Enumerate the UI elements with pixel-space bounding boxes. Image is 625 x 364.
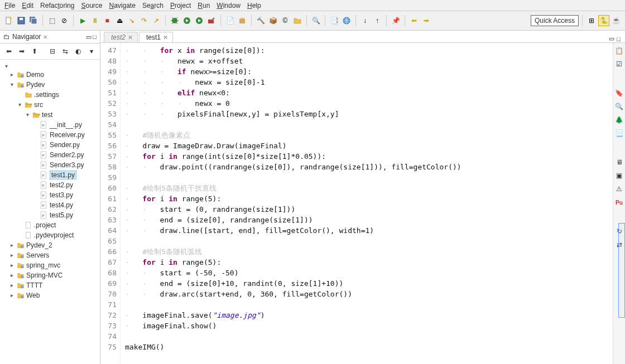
open-perspective-button[interactable]: ⊞ xyxy=(586,15,597,26)
tree-item-label: Sender3.py xyxy=(50,160,84,170)
menu-source[interactable]: Source xyxy=(81,2,102,9)
debug-dropdown-button[interactable] xyxy=(169,15,180,26)
tree-item[interactable]: PSender.py xyxy=(32,140,99,150)
close-view-icon[interactable]: ✕ xyxy=(43,34,47,40)
quick-access-box[interactable]: Quick Access xyxy=(531,15,579,26)
new-module-button[interactable]: 📦 xyxy=(267,15,278,26)
link-editor-icon[interactable]: ⇆ xyxy=(60,46,71,57)
tree-item[interactable]: PReceiver.py xyxy=(32,130,99,140)
new-server-button[interactable]: 📄 xyxy=(224,15,235,26)
step-return-button[interactable]: ↗ xyxy=(151,15,162,26)
prev-annotation-button[interactable]: ↑ xyxy=(372,15,383,26)
console-icon[interactable]: ▣ xyxy=(615,171,624,180)
code-editor[interactable]: · · for x in range(size[0]): · · · newx … xyxy=(121,43,613,364)
java-perspective-button[interactable]: ☕ xyxy=(610,15,622,26)
resume-button[interactable]: ▶ xyxy=(77,15,88,26)
menu-window[interactable]: Window xyxy=(217,2,241,9)
proj-icon xyxy=(17,251,25,259)
tree-item[interactable]: .pydevproject xyxy=(17,230,99,240)
tree-item[interactable]: ▸Servers xyxy=(9,250,99,260)
toggle-breadcrumb-button[interactable]: ⬚ xyxy=(46,15,57,26)
tree-item[interactable]: .settings xyxy=(17,90,99,100)
tree-item[interactable]: Ptest5.py xyxy=(32,210,99,220)
ant-build-button[interactable]: 🔨 xyxy=(255,15,266,26)
tree-item[interactable]: ▸Spring-MVC xyxy=(9,270,99,280)
hierarchy-icon[interactable]: 🌲 xyxy=(615,115,624,124)
step-into-button[interactable]: ↘ xyxy=(126,15,137,26)
tree-item[interactable]: ▾src xyxy=(17,100,99,110)
close-tab-icon[interactable]: ✕ xyxy=(163,34,168,41)
focus-task-icon[interactable]: ◐ xyxy=(73,46,84,57)
close-tab-icon[interactable]: ✕ xyxy=(128,34,133,41)
pydev-perspective-button[interactable]: 🐍 xyxy=(598,15,609,26)
menu-help[interactable]: Help xyxy=(247,2,261,9)
servers-icon[interactable]: 🖥 xyxy=(615,158,624,167)
search-button[interactable]: 🔍 xyxy=(310,15,321,26)
view-menu-icon[interactable]: ▾ xyxy=(86,46,97,57)
tree-item[interactable]: ▾Pydev xyxy=(9,80,99,90)
tree-item-label: test4.py xyxy=(50,200,73,210)
external-tools-button[interactable] xyxy=(206,15,217,26)
back-button[interactable]: ⬅ xyxy=(408,15,420,26)
tree-item[interactable]: ▸Web xyxy=(9,290,99,300)
save-button[interactable] xyxy=(16,15,27,26)
bookmarks-icon[interactable]: 🔖 xyxy=(615,89,624,98)
nav-forward-icon[interactable]: ➡ xyxy=(16,46,27,57)
new-class-button[interactable]: © xyxy=(280,15,291,26)
tree-item[interactable]: Ptest3.py xyxy=(32,190,99,200)
tree-item[interactable]: ▾test xyxy=(25,110,99,120)
tree-item[interactable]: Ptest2.py xyxy=(32,180,99,190)
pyunit-icon[interactable]: Pu xyxy=(615,198,624,207)
menu-refactoring[interactable]: Refactoring xyxy=(40,2,74,9)
run-last-button[interactable] xyxy=(194,15,205,26)
menu-project[interactable]: Project xyxy=(170,2,191,9)
tree-item[interactable]: ▸spring_mvc xyxy=(9,260,99,270)
editor-tab[interactable]: Ptest1✕ xyxy=(139,32,173,42)
nav-up-icon[interactable]: ⬆ xyxy=(29,46,40,57)
project-tree[interactable]: ▾▸Demo▾Pydev.settings▾src▾testP__init__.… xyxy=(0,60,100,364)
menu-navigate[interactable]: Navigate xyxy=(109,2,136,9)
stop-button[interactable]: ■ xyxy=(102,15,113,26)
outline-icon[interactable]: 📋 xyxy=(615,46,624,55)
menu-run[interactable]: Run xyxy=(198,2,210,9)
new-folder-button[interactable] xyxy=(292,15,303,26)
svg-text:P: P xyxy=(42,173,45,177)
toggle-mark-button[interactable]: 📑 xyxy=(329,15,340,26)
menu-file[interactable]: File xyxy=(4,2,15,9)
disconnect-button[interactable]: ⏏ xyxy=(114,15,125,26)
properties-icon[interactable]: 📃 xyxy=(615,129,624,138)
menu-edit[interactable]: Edit xyxy=(22,2,33,9)
editor-maximize-icon[interactable]: □ xyxy=(617,36,621,42)
step-over-button[interactable]: ↷ xyxy=(138,15,150,26)
editor-tab[interactable]: Ptest2✕ xyxy=(104,32,138,42)
web-browser-button[interactable] xyxy=(341,15,352,26)
nav-back-icon[interactable]: ⬅ xyxy=(3,46,14,57)
tree-item[interactable]: PSender2.py xyxy=(32,150,99,160)
tree-item[interactable]: PSender3.py xyxy=(32,160,99,170)
new-button[interactable] xyxy=(3,15,15,26)
tree-item[interactable]: ▸TTTT xyxy=(9,280,99,290)
problems-icon[interactable]: ⚠ xyxy=(615,185,624,193)
tree-item-label: Servers xyxy=(26,250,49,260)
save-all-button[interactable] xyxy=(28,15,39,26)
maximize-view-icon[interactable]: □ xyxy=(93,33,97,41)
pin-editor-button[interactable]: 📌 xyxy=(390,15,401,26)
tree-item[interactable]: ▸Demo xyxy=(9,70,99,80)
task-list-icon[interactable]: ☑ xyxy=(615,60,624,69)
tree-item[interactable]: P__init__.py xyxy=(32,120,99,130)
search-view-icon[interactable]: 🔍 xyxy=(615,102,624,111)
new-package-button[interactable] xyxy=(237,15,248,26)
tree-item[interactable]: ▸Pydev_2 xyxy=(9,240,99,250)
tree-item[interactable]: Ptest1.py xyxy=(32,170,99,180)
menu-search[interactable]: Search xyxy=(142,2,164,9)
suspend-button[interactable]: ⏸ xyxy=(89,15,100,26)
minimize-view-icon[interactable]: ▭ xyxy=(86,33,92,41)
skip-breakpoints-button[interactable]: ⊘ xyxy=(59,15,70,26)
tree-item[interactable]: Ptest4.py xyxy=(32,200,99,210)
run-dropdown-button[interactable] xyxy=(181,15,193,26)
editor-minimize-icon[interactable]: ▭ xyxy=(609,35,614,42)
tree-item[interactable]: .project xyxy=(17,220,99,230)
collapse-all-icon[interactable]: ⊟ xyxy=(47,46,58,57)
forward-button[interactable]: ➡ xyxy=(421,15,432,26)
next-annotation-button[interactable]: ↓ xyxy=(359,15,371,26)
